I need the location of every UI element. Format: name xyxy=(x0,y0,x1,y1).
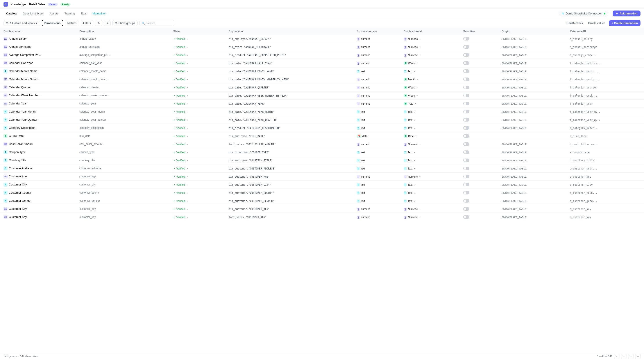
format-dropdown-arrow[interactable]: ▾ xyxy=(420,208,420,210)
last-page-button[interactable]: » xyxy=(635,354,640,359)
state-dropdown-arrow[interactable]: ▾ xyxy=(187,127,188,129)
col-header-description[interactable]: Description xyxy=(77,28,171,35)
state-dropdown-arrow[interactable]: ▾ xyxy=(187,46,188,48)
sensitive-toggle[interactable] xyxy=(463,53,470,57)
format-dropdown-arrow[interactable]: ▾ xyxy=(414,70,415,73)
sensitive-toggle[interactable] xyxy=(463,45,470,49)
state-dropdown-arrow[interactable]: ▾ xyxy=(187,184,188,186)
format-dropdown-arrow[interactable]: ▾ xyxy=(416,62,418,64)
ask-ai-button[interactable]: ✦ Ask question xyxy=(613,10,640,16)
tab-catalog[interactable]: Catalog xyxy=(4,10,19,16)
format-dropdown-arrow[interactable]: ▾ xyxy=(414,119,415,121)
sensitive-toggle[interactable] xyxy=(463,207,470,211)
format-dropdown-arrow[interactable]: ▾ xyxy=(416,135,416,137)
col-header-expression-type[interactable]: Expression type xyxy=(354,28,401,35)
col-header-state[interactable]: State xyxy=(171,28,226,35)
col-header-display-name[interactable]: Display name ↑ xyxy=(0,28,77,35)
sensitive-toggle[interactable] xyxy=(463,37,470,40)
sensitive-toggle[interactable] xyxy=(463,183,470,186)
sensitive-toggle[interactable] xyxy=(463,159,470,162)
sensitive-toggle[interactable] xyxy=(463,61,470,65)
format-dropdown-arrow[interactable]: ▾ xyxy=(420,38,420,40)
sensitive-toggle[interactable] xyxy=(463,199,470,202)
format-dropdown-arrow[interactable]: ▾ xyxy=(420,46,420,48)
format-dropdown-arrow[interactable]: ▾ xyxy=(414,192,415,194)
sensitive-toggle[interactable] xyxy=(463,126,470,130)
sensitive-toggle[interactable] xyxy=(463,215,470,219)
filter-icon-button[interactable]: ⊘ xyxy=(95,20,102,26)
state-dropdown-arrow[interactable]: ▾ xyxy=(187,119,188,121)
health-check-button[interactable]: Health check xyxy=(565,20,585,26)
format-dropdown-arrow[interactable]: ▾ xyxy=(416,86,418,89)
sensitive-toggle[interactable] xyxy=(463,86,470,89)
sensitive-toggle[interactable] xyxy=(463,167,470,170)
col-header-expression[interactable]: Expression xyxy=(226,28,354,35)
col-header-display-format[interactable]: Display format xyxy=(401,28,461,35)
tab-training[interactable]: Training xyxy=(62,10,77,16)
format-dropdown-arrow[interactable]: ▾ xyxy=(414,168,415,170)
sensitive-toggle[interactable] xyxy=(463,142,470,146)
format-dropdown-arrow[interactable]: ▾ xyxy=(414,127,415,129)
state-dropdown-arrow[interactable]: ▾ xyxy=(187,62,188,65)
format-dropdown-arrow[interactable]: ▾ xyxy=(416,94,418,97)
sensitive-toggle[interactable] xyxy=(463,78,470,81)
dimensions-tab[interactable]: Dimensions xyxy=(42,20,63,26)
format-dropdown-arrow[interactable]: ▾ xyxy=(414,184,415,186)
state-dropdown-arrow[interactable]: ▾ xyxy=(187,86,188,89)
state-dropdown-arrow[interactable]: ▾ xyxy=(187,135,188,138)
format-dropdown-arrow[interactable]: ▾ xyxy=(414,160,415,162)
format-dropdown-arrow[interactable]: ▾ xyxy=(414,151,415,154)
state-dropdown-arrow[interactable]: ▾ xyxy=(187,192,188,194)
state-dropdown-arrow[interactable]: ▾ xyxy=(187,143,188,146)
format-dropdown-arrow[interactable]: ▾ xyxy=(415,102,416,105)
first-page-button[interactable]: « xyxy=(614,354,620,359)
all-tables-button[interactable]: ⊞ All tables and views ▾ xyxy=(4,20,40,26)
format-dropdown-arrow[interactable]: ▾ xyxy=(414,200,415,202)
sensitive-toggle[interactable] xyxy=(463,191,470,194)
state-dropdown-arrow[interactable]: ▾ xyxy=(187,208,188,210)
state-dropdown-arrow[interactable]: ▾ xyxy=(187,54,188,56)
sensitive-toggle[interactable] xyxy=(463,134,470,138)
sensitive-toggle[interactable] xyxy=(463,175,470,178)
sort-icon-button[interactable]: ≡ xyxy=(104,20,110,26)
sensitive-toggle[interactable] xyxy=(463,69,470,73)
search-box[interactable]: 🔍 Search xyxy=(139,20,174,26)
format-dropdown-arrow[interactable]: ▾ xyxy=(420,143,420,146)
state-dropdown-arrow[interactable]: ▾ xyxy=(187,176,188,178)
tab-eval[interactable]: Eval xyxy=(78,10,89,16)
sensitive-toggle[interactable] xyxy=(463,102,470,105)
format-dropdown-arrow[interactable]: ▾ xyxy=(414,111,415,113)
sensitive-toggle[interactable] xyxy=(463,94,470,97)
state-dropdown-arrow[interactable]: ▾ xyxy=(187,70,188,73)
state-dropdown-arrow[interactable]: ▾ xyxy=(187,111,188,113)
filters-tab[interactable]: Filters xyxy=(81,20,93,26)
tab-maintainer[interactable]: Maintainer xyxy=(90,10,108,16)
sensitive-toggle[interactable] xyxy=(463,151,470,154)
format-dropdown-arrow[interactable]: ▾ xyxy=(420,54,420,56)
state-dropdown-arrow[interactable]: ▾ xyxy=(187,38,188,40)
metrics-tab[interactable]: Metrics xyxy=(65,20,79,26)
tab-assets[interactable]: Assets xyxy=(47,10,61,16)
format-dropdown-arrow[interactable]: ▾ xyxy=(417,78,418,81)
create-dimension-button[interactable]: + Create dimension xyxy=(609,20,640,26)
state-dropdown-arrow[interactable]: ▾ xyxy=(187,160,188,162)
sensitive-toggle[interactable] xyxy=(463,110,470,113)
format-dropdown-arrow[interactable]: ▾ xyxy=(420,216,420,218)
next-page-button[interactable]: › xyxy=(628,354,634,359)
format-dropdown-arrow[interactable]: ▾ xyxy=(420,176,420,178)
prev-page-button[interactable]: ‹ xyxy=(621,354,626,359)
state-dropdown-arrow[interactable]: ▾ xyxy=(187,95,188,97)
show-groups-button[interactable]: ⊞ Show groups xyxy=(112,20,138,26)
col-header-origin[interactable]: Origin xyxy=(499,28,567,35)
sensitive-toggle[interactable] xyxy=(463,118,470,122)
state-dropdown-arrow[interactable]: ▾ xyxy=(187,168,188,170)
tab-question-library[interactable]: Question Library xyxy=(20,10,46,16)
state-dropdown-arrow[interactable]: ▾ xyxy=(187,200,188,202)
state-dropdown-arrow[interactable]: ▾ xyxy=(187,103,188,105)
state-dropdown-arrow[interactable]: ▾ xyxy=(187,78,188,81)
profile-values-button[interactable]: Profile values xyxy=(586,20,607,26)
state-dropdown-arrow[interactable]: ▾ xyxy=(187,216,188,218)
connection-pill[interactable]: ❄ Demo Snowflake Connection xyxy=(559,11,608,16)
state-dropdown-arrow[interactable]: ▾ xyxy=(187,151,188,154)
col-header-reference-id[interactable]: Reference ID xyxy=(567,28,644,35)
